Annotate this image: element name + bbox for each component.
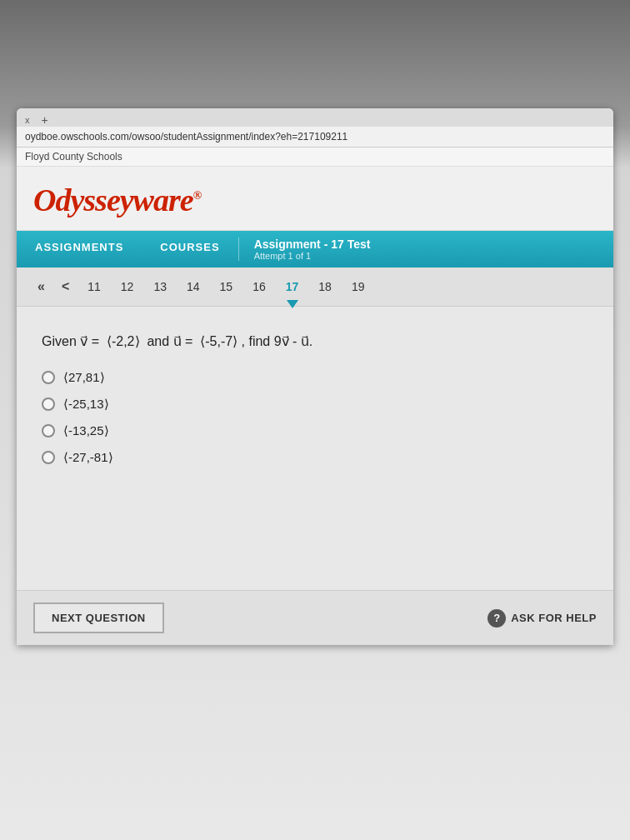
- option-c-text: ⟨-13,25⟩: [63, 423, 109, 438]
- radio-b[interactable]: [42, 398, 55, 411]
- browser-window: x + oydboe.owschools.com/owsoo/studentAs…: [17, 108, 613, 645]
- page-15[interactable]: 15: [210, 277, 243, 297]
- u-vector-label2: u⃗: [301, 334, 309, 348]
- radio-d[interactable]: [42, 451, 55, 464]
- question-footer: NEXT QUESTION ? ASK FOR HELP: [17, 590, 613, 645]
- nav-courses[interactable]: COURSES: [142, 231, 238, 268]
- v-vector-label2: v⃗: [282, 334, 289, 348]
- bookmark-bar: Floyd County Schools: [17, 148, 613, 167]
- next-question-button[interactable]: NEXT QUESTION: [33, 602, 164, 633]
- radio-a[interactable]: [42, 371, 55, 384]
- new-tab-button[interactable]: +: [42, 113, 48, 127]
- assignment-attempt: Attempt 1 of 1: [254, 251, 371, 261]
- pagination-row: « < 11 12 13 14 15 16 17 18 19: [17, 268, 613, 307]
- nav-assignments[interactable]: ASSIGNMENTS: [17, 231, 142, 268]
- page-17[interactable]: 17: [276, 277, 309, 297]
- address-bar[interactable]: oydboe.owschools.com/owsoo/studentAssign…: [17, 127, 613, 148]
- page-prev-button[interactable]: <: [53, 276, 78, 298]
- page-first-button[interactable]: «: [29, 276, 53, 298]
- answer-option-a[interactable]: ⟨27,81⟩: [42, 370, 588, 385]
- assignment-info: Assignment - 17 Test Attempt 1 of 1: [239, 231, 386, 268]
- page-19[interactable]: 19: [342, 277, 375, 297]
- assignment-title: Assignment - 17 Test: [254, 238, 371, 251]
- u-vector-label: u⃗: [173, 334, 182, 348]
- browser-tab-bar: x +: [17, 108, 613, 127]
- question-text: Given v⃗ = ⟨-2,2⟩ and u⃗ = ⟨-5,-7⟩ , fin…: [42, 332, 588, 352]
- question-area: Given v⃗ = ⟨-2,2⟩ and u⃗ = ⟨-5,-7⟩ , fin…: [17, 307, 613, 590]
- ask-for-help-button[interactable]: ? ASK FOR HELP: [488, 609, 597, 628]
- page-13[interactable]: 13: [143, 277, 177, 297]
- v-vector-label: v⃗: [80, 334, 88, 348]
- page-14[interactable]: 14: [177, 277, 210, 297]
- option-b-text: ⟨-25,13⟩: [63, 397, 109, 412]
- nav-bar: ASSIGNMENTS COURSES Assignment - 17 Test…: [17, 231, 613, 268]
- option-d-text: ⟨-27,-81⟩: [63, 450, 113, 465]
- tab-close-button[interactable]: x: [25, 115, 30, 125]
- page-11[interactable]: 11: [78, 277, 111, 297]
- ask-for-help-label: ASK FOR HELP: [511, 612, 597, 624]
- url-text: oydboe.owschools.com/owsoo/studentAssign…: [25, 131, 348, 142]
- site-content: Odysseyware® ASSIGNMENTS COURSES Assignm…: [17, 167, 613, 645]
- help-icon: ?: [488, 609, 506, 628]
- radio-c[interactable]: [42, 424, 55, 438]
- answer-option-c[interactable]: ⟨-13,25⟩: [42, 423, 588, 438]
- site-header: Odysseyware®: [17, 167, 613, 231]
- bookmark-item[interactable]: Floyd County Schools: [25, 151, 122, 162]
- option-a-text: ⟨27,81⟩: [63, 370, 105, 385]
- answer-option-d[interactable]: ⟨-27,-81⟩: [42, 450, 588, 465]
- page-12[interactable]: 12: [111, 277, 144, 297]
- answer-option-b[interactable]: ⟨-25,13⟩: [42, 397, 588, 412]
- page-16[interactable]: 16: [242, 277, 276, 297]
- page-18[interactable]: 18: [308, 277, 342, 297]
- active-page-indicator: [287, 300, 298, 308]
- logo: Odysseyware®: [33, 182, 201, 218]
